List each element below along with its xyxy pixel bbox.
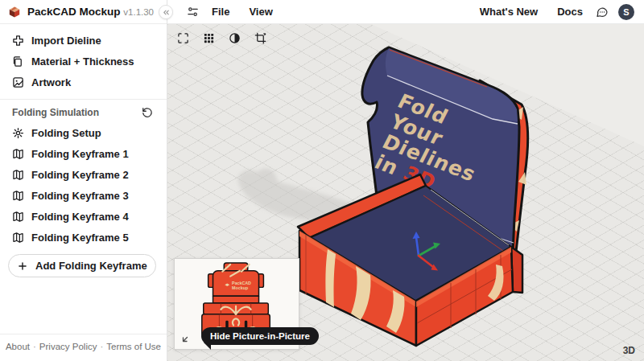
svg-text:Mockup: Mockup	[232, 285, 249, 290]
docs-link[interactable]: Docs	[549, 2, 591, 21]
viewport-3d[interactable]: Fold Your Dielines in 3D	[167, 24, 644, 361]
whats-new-link[interactable]: What's New	[472, 2, 546, 21]
sidebar-item-label: Material + Thickness	[31, 55, 134, 68]
view-mode-label: 3D	[623, 345, 635, 356]
main-area: File View What's New Docs S	[167, 0, 644, 361]
sidebar-item-folding-keyframe-2[interactable]: Folding Keyframe 2	[6, 164, 161, 185]
map-icon	[12, 148, 24, 160]
import-dieline-icon	[12, 35, 24, 47]
plus-icon	[17, 260, 28, 272]
sidebar-item-label: Folding Setup	[31, 127, 101, 139]
sidebar-header: PackCAD Mockup v1.1.30	[0, 0, 167, 24]
material-thickness-icon	[12, 55, 24, 68]
dot-separator: ·	[100, 342, 103, 351]
sidebar-item-import-dieline[interactable]: Import Dieline	[6, 30, 161, 51]
about-link[interactable]: About	[6, 342, 30, 351]
map-icon	[12, 169, 24, 181]
artwork-icon	[12, 76, 24, 88]
sidebar-item-label: Folding Keyframe 3	[31, 190, 129, 202]
expand-icon[interactable]	[175, 31, 191, 46]
sidebar-item-label: Folding Keyframe 5	[31, 232, 129, 244]
sidebar: PackCAD Mockup v1.1.30 Import Dieline Ma…	[0, 0, 167, 361]
sidebar-item-folding-keyframe-3[interactable]: Folding Keyframe 3	[6, 185, 161, 206]
sidebar-item-folding-keyframe-1[interactable]: Folding Keyframe 1	[6, 143, 161, 164]
folding-simulation-label: Folding Simulation	[12, 107, 99, 118]
sidebar-item-label: Artwork	[31, 76, 71, 88]
sidebar-footer: About·Privacy Policy·Terms of Use	[0, 334, 167, 361]
app-version: v1.1.30	[123, 7, 154, 17]
add-folding-keyframe-button[interactable]: Add Folding Keyframe	[8, 254, 156, 277]
grid-icon[interactable]	[201, 31, 217, 46]
packcad-cube-logo	[8, 6, 21, 18]
app-title: PackCAD Mockup v1.1.30	[27, 6, 154, 18]
hide-pip-tooltip[interactable]: Hide Picture-in-Picture	[201, 327, 319, 345]
topbar: File View What's New Docs S	[167, 0, 644, 24]
sidebar-collapse-button[interactable]	[159, 5, 173, 19]
arrow-down-left-icon[interactable]	[180, 334, 190, 344]
reset-icon[interactable]	[140, 105, 155, 120]
sidebar-nav: Import Dieline Material + Thickness Artw…	[0, 24, 167, 277]
crop-rotate-icon[interactable]	[253, 31, 268, 46]
map-icon	[12, 190, 24, 202]
folding-simulation-header: Folding Simulation	[6, 103, 161, 122]
add-folding-keyframe-label: Add Folding Keyframe	[35, 260, 147, 272]
map-icon	[12, 211, 24, 223]
sidebar-divider	[0, 99, 167, 100]
gear-icon	[12, 127, 24, 139]
sidebar-item-folding-keyframe-4[interactable]: Folding Keyframe 4	[6, 206, 161, 227]
contrast-icon[interactable]	[227, 31, 242, 46]
canvas-toolbar	[175, 31, 268, 46]
chat-bubble-icon[interactable]	[594, 4, 610, 20]
sidebar-item-artwork[interactable]: Artwork	[6, 72, 161, 92]
sidebar-item-label: Import Dieline	[31, 35, 101, 47]
packcad-app: PackCAD Mockup v1.1.30 Import Dieline Ma…	[0, 0, 644, 361]
menu-file[interactable]: File	[204, 2, 237, 21]
menu-view[interactable]: View	[241, 2, 280, 21]
terms-of-use-link[interactable]: Terms of Use	[106, 342, 161, 351]
pip-panel[interactable]: PackCAD Mockup Hide Picture-in-Picture	[174, 258, 299, 350]
sidebar-item-label: Folding Keyframe 1	[31, 148, 129, 160]
chevrons-left-icon	[162, 8, 171, 17]
sidebar-item-material-thickness[interactable]: Material + Thickness	[6, 51, 161, 72]
sliders-icon[interactable]	[185, 4, 200, 19]
topbar-right: What's New Docs S	[472, 2, 634, 21]
sidebar-item-label: Folding Keyframe 2	[31, 169, 129, 181]
sidebar-item-folding-setup[interactable]: Folding Setup	[6, 122, 161, 143]
privacy-policy-link[interactable]: Privacy Policy	[39, 342, 97, 351]
dot-separator: ·	[33, 342, 36, 351]
map-icon	[12, 232, 24, 244]
sidebar-item-label: Folding Keyframe 4	[31, 211, 129, 223]
sidebar-item-folding-keyframe-5[interactable]: Folding Keyframe 5	[6, 227, 161, 248]
avatar[interactable]: S	[618, 4, 634, 20]
